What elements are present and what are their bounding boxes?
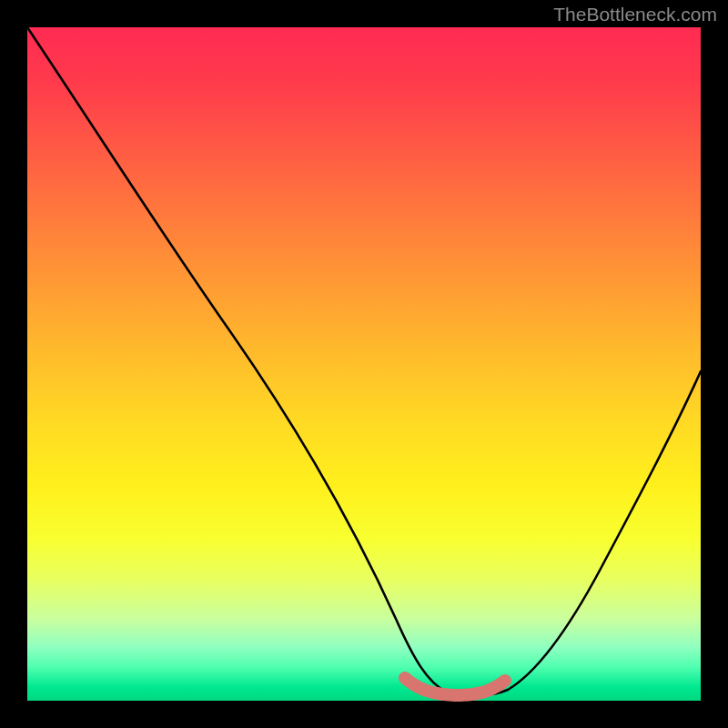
optimal-band (405, 678, 505, 695)
watermark-text: TheBottleneck.com (553, 4, 717, 25)
bottleneck-curve (27, 27, 701, 695)
chart-background (27, 27, 701, 701)
chart-svg (27, 27, 701, 701)
